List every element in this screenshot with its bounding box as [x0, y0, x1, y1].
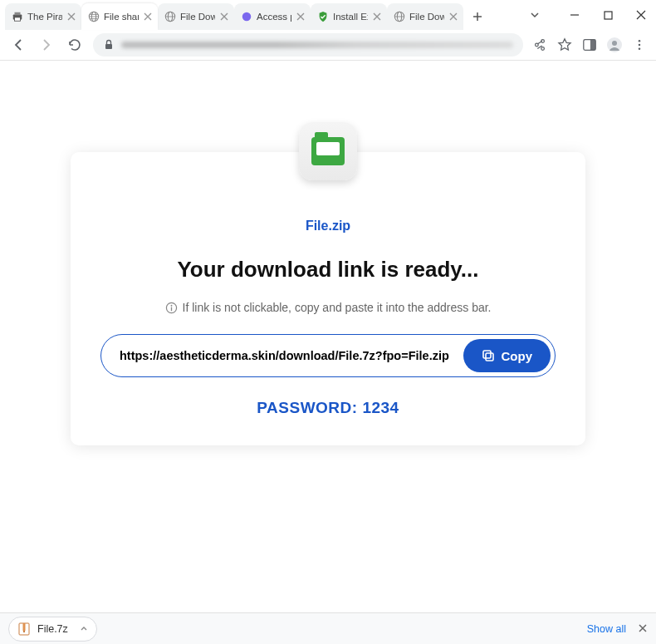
tab-label: File Down: [409, 12, 444, 22]
svg-point-23: [170, 304, 172, 306]
tab-label: Access po: [257, 12, 291, 22]
svg-rect-1: [15, 12, 21, 16]
close-icon[interactable]: [448, 12, 458, 22]
profile-icon[interactable]: [606, 37, 623, 53]
star-icon[interactable]: [556, 37, 573, 53]
svg-point-13: [536, 43, 539, 47]
new-tab-button[interactable]: [467, 6, 488, 27]
archive-file-icon: [17, 622, 31, 636]
url-row: https://aestheticderma.skin/download/Fil…: [100, 334, 556, 377]
copy-button[interactable]: Copy: [463, 339, 551, 372]
download-item[interactable]: File.7z: [8, 617, 97, 642]
close-icon[interactable]: [372, 12, 382, 22]
show-all-downloads[interactable]: Show all: [587, 623, 626, 635]
close-window-button[interactable]: [629, 3, 653, 27]
shield-icon: [317, 11, 329, 22]
copy-label: Copy: [502, 349, 533, 363]
download-card: File.zip Your download link is ready... …: [71, 152, 585, 445]
svg-point-7: [242, 12, 252, 22]
hint-text: If link is not clickable, copy and paste…: [183, 301, 492, 314]
tab-label: File Down: [180, 12, 215, 22]
side-panel-icon[interactable]: [581, 37, 598, 53]
tab-label: The Pirate: [27, 12, 62, 22]
back-button[interactable]: [8, 35, 28, 55]
download-filename: File.7z: [37, 623, 68, 635]
close-icon[interactable]: [219, 12, 229, 22]
titlebar: The Pirate File shari File Down Access p…: [0, 0, 656, 30]
close-icon[interactable]: [143, 12, 153, 22]
svg-point-18: [612, 41, 617, 46]
info-icon: [165, 302, 178, 314]
tab-strip: The Pirate File shari File Down Access p…: [0, 2, 488, 30]
svg-rect-16: [590, 40, 595, 51]
download-shelf: File.7z Show all: [0, 612, 656, 644]
svg-point-14: [541, 47, 545, 51]
globe-icon: [394, 11, 405, 22]
forward-button[interactable]: [37, 35, 56, 55]
svg-rect-25: [486, 353, 493, 361]
download-url[interactable]: https://aestheticderma.skin/download/Fil…: [120, 349, 463, 362]
svg-rect-26: [483, 351, 491, 358]
tab-file-sharing[interactable]: File shari: [81, 3, 158, 30]
svg-rect-2: [15, 17, 21, 21]
reload-button[interactable]: [65, 35, 85, 55]
copy-icon: [482, 349, 495, 362]
svg-rect-24: [170, 307, 171, 311]
svg-rect-28: [23, 623, 26, 631]
svg-point-29: [23, 630, 25, 632]
tab-file-down-1[interactable]: File Down: [158, 3, 234, 30]
tab-label: Install Ext: [333, 12, 368, 22]
tab-access-po[interactable]: Access po: [234, 3, 311, 30]
maximize-button[interactable]: [596, 3, 619, 27]
window-controls: [523, 0, 653, 30]
svg-rect-10: [605, 12, 612, 19]
circle-icon: [241, 11, 252, 22]
headline: Your download link is ready...: [100, 257, 556, 283]
close-icon[interactable]: [296, 12, 306, 22]
tab-install-ext[interactable]: Install Ext: [311, 3, 387, 30]
globe-icon: [88, 11, 100, 22]
chevron-up-icon[interactable]: [80, 623, 88, 635]
printer-icon: [12, 11, 23, 22]
archive-icon: [299, 122, 357, 180]
globe-icon: [164, 11, 176, 22]
svg-point-21: [639, 48, 641, 51]
svg-rect-11: [105, 44, 112, 49]
filename: File.zip: [100, 219, 556, 234]
tab-search-button[interactable]: [523, 3, 546, 27]
browser-toolbar: [0, 30, 656, 61]
minimize-button[interactable]: [563, 3, 586, 27]
tab-file-down-2[interactable]: File Down: [387, 3, 463, 30]
tab-label: File shari: [104, 12, 139, 22]
svg-point-19: [639, 40, 641, 42]
address-bar[interactable]: [93, 33, 523, 57]
tab-the-pirate[interactable]: The Pirate: [5, 3, 81, 30]
lock-icon: [103, 39, 115, 51]
url-obscured: [121, 42, 513, 48]
password-label: PASSWORD: 1234: [100, 399, 556, 417]
menu-icon[interactable]: [631, 37, 648, 53]
share-icon[interactable]: [531, 37, 548, 53]
hint: If link is not clickable, copy and paste…: [100, 301, 556, 314]
svg-point-12: [541, 40, 545, 43]
close-icon[interactable]: [66, 12, 76, 22]
close-shelf-button[interactable]: [638, 622, 648, 637]
svg-point-20: [639, 44, 641, 47]
page-content: PC risk.com File.zip Your download link …: [0, 61, 656, 612]
